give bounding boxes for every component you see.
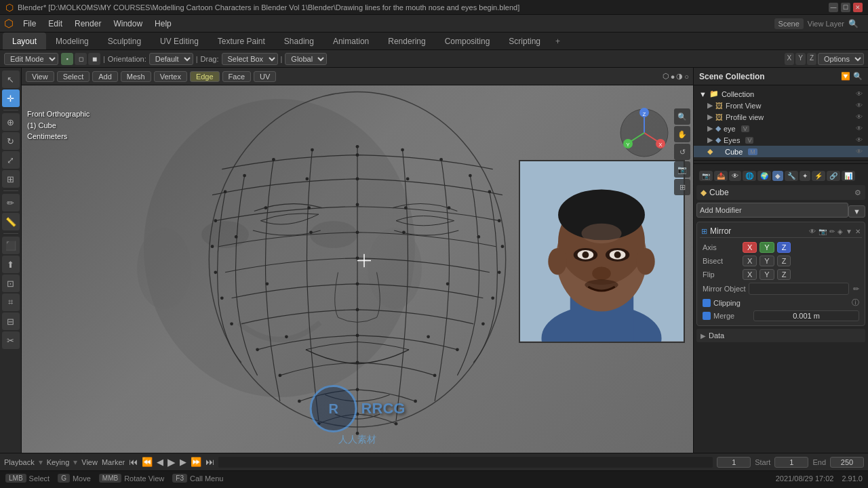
wireframe-icon[interactable]: ⬡ [663, 72, 669, 81]
eye-obj-eye-icon[interactable]: 👁 [856, 125, 863, 132]
loop-cut-btn[interactable]: ⊟ [2, 312, 20, 330]
go-last-btn[interactable]: ⏭ [205, 457, 214, 467]
workspace-selector[interactable]: Scene [774, 18, 804, 29]
viewport-add-btn[interactable]: Add [92, 71, 118, 82]
menu-edit[interactable]: Edit [43, 18, 68, 30]
tab-modeling[interactable]: Modeling [46, 33, 98, 49]
cube-item[interactable]: ◆ Cube M 👁 [694, 146, 868, 157]
modifier-dropdown-btn[interactable]: ▼ [848, 205, 865, 218]
render-props-icon[interactable]: 📷 [699, 171, 713, 181]
clipping-checkbox[interactable] [703, 299, 711, 307]
search-panel-icon[interactable]: 🔍 [853, 72, 863, 81]
eyes-item[interactable]: ▶ ◆ Eyes V 👁 [694, 134, 868, 146]
viewport-edge-btn[interactable]: Edge [190, 71, 220, 82]
solid-icon[interactable]: ● [671, 73, 675, 81]
add-modifier-button[interactable]: Add Modifier [696, 203, 848, 218]
rotate-tool-btn[interactable]: ↻ [2, 132, 20, 150]
bevel-btn[interactable]: ⌗ [2, 293, 20, 311]
viewport[interactable]: View Select Add Mesh Vertex Edge Face UV… [22, 68, 693, 453]
play-btn[interactable]: ▶ [167, 456, 176, 468]
clipping-info-icon[interactable]: ⓘ [852, 298, 859, 308]
y-axis-btn[interactable]: Y [795, 53, 806, 65]
tab-uv-editing[interactable]: UV Editing [151, 33, 208, 49]
viewport-vertex-btn[interactable]: Vertex [154, 71, 187, 82]
collection-item[interactable]: ▼ 📁 Collection 👁 [694, 88, 868, 100]
object-settings-icon[interactable]: ⚙ [854, 188, 861, 197]
viewport-select-btn[interactable]: Select [57, 71, 90, 82]
constraints-props-icon[interactable]: 🔗 [827, 171, 840, 181]
pv-eye-icon[interactable]: 👁 [856, 113, 863, 121]
tab-shading[interactable]: Shading [275, 33, 323, 49]
viewport-view-btn[interactable]: View [26, 71, 54, 82]
eyes-eye-icon[interactable]: 👁 [856, 136, 863, 144]
data-props-icon[interactable]: 📊 [842, 171, 855, 181]
physics-props-icon[interactable]: ⚡ [812, 171, 825, 181]
playback-btn[interactable]: Playback [4, 458, 35, 466]
current-frame-display[interactable]: 1 [717, 457, 751, 468]
maximize-btn[interactable]: ☐ [841, 3, 850, 12]
view-layer-props-icon[interactable]: 👁 [729, 171, 741, 181]
knife-btn[interactable]: ✂ [2, 331, 20, 349]
marker-btn[interactable]: Marker [102, 458, 125, 466]
faces-display-btn[interactable]: ◼ [88, 53, 100, 65]
object-name-value[interactable]: Cube [709, 188, 852, 197]
output-props-icon[interactable]: 📤 [714, 171, 728, 181]
add-cube-btn[interactable]: ⬛ [2, 237, 20, 254]
close-btn[interactable]: ✕ [853, 3, 863, 12]
move-tool-btn[interactable]: ⊕ [2, 113, 20, 131]
timeline-scrubber[interactable] [218, 457, 713, 468]
start-frame-input[interactable]: 1 [774, 457, 808, 468]
transform-selector[interactable]: Global [285, 53, 327, 65]
search-icon[interactable]: 🔍 [848, 19, 859, 28]
tab-texture-paint[interactable]: Texture Paint [208, 33, 275, 49]
mirror-object-pick-icon[interactable]: ✏ [853, 285, 859, 293]
inset-btn[interactable]: ⊡ [2, 274, 20, 292]
front-view-item[interactable]: ▶ 🖼 Front View 👁 [694, 100, 868, 111]
data-section-header[interactable]: ▶ Data [696, 329, 865, 342]
view-btn[interactable]: View [81, 458, 98, 466]
minimize-btn[interactable]: — [829, 3, 838, 12]
profile-view-item[interactable]: ▶ 🖼 Profile view 👁 [694, 111, 868, 123]
mirror-object-field[interactable] [749, 283, 849, 295]
viewport-face-btn[interactable]: Face [222, 71, 251, 82]
tab-scripting[interactable]: Scripting [499, 33, 550, 49]
tab-sculpting[interactable]: Sculpting [98, 33, 151, 49]
extrude-btn[interactable]: ⬆ [2, 256, 20, 273]
tab-rendering[interactable]: Rendering [378, 33, 435, 49]
bisect-y-btn[interactable]: Y [760, 256, 774, 266]
transform-tool-btn[interactable]: ⊞ [2, 170, 20, 188]
world-props-icon[interactable]: 🌍 [757, 171, 771, 181]
pan-icon[interactable]: ✋ [674, 126, 690, 142]
collection-eye-icon[interactable]: 👁 [856, 90, 863, 98]
bisect-x-btn[interactable]: X [743, 256, 757, 266]
vertices-display-btn[interactable]: ▪ [61, 53, 73, 65]
mod-edit-icon[interactable]: ✏ [829, 228, 835, 235]
axis-z-btn[interactable]: Z [777, 242, 791, 253]
axis-gizmo[interactable]: Z X Y [617, 106, 671, 160]
render-icon[interactable]: ○ [684, 73, 689, 81]
prev-frame-btn[interactable]: ⏪ [142, 457, 153, 467]
fv-eye-icon[interactable]: 👁 [856, 102, 863, 109]
end-frame-input[interactable]: 250 [830, 457, 864, 468]
mod-render-icon[interactable]: 📷 [818, 228, 827, 235]
viewport-mesh-btn[interactable]: Mesh [121, 71, 151, 82]
next-frame-btn[interactable]: ⏩ [191, 457, 201, 467]
menu-window[interactable]: Window [108, 18, 148, 30]
select-tool-btn[interactable]: ↖ [2, 70, 20, 88]
mod-dropdown-icon[interactable]: ▼ [846, 228, 852, 235]
scene-props-icon[interactable]: 🌐 [743, 171, 756, 181]
add-workspace-btn[interactable]: + [550, 35, 566, 47]
options-dropdown[interactable]: Options [818, 53, 864, 65]
mod-realtime-icon[interactable]: 👁 [809, 228, 816, 235]
grid-icon[interactable]: ⊞ [674, 179, 690, 195]
orientation-selector[interactable]: Default [149, 53, 193, 65]
scale-tool-btn[interactable]: ⤢ [2, 151, 20, 169]
menu-file[interactable]: File [18, 18, 41, 30]
material-icon[interactable]: ◑ [676, 72, 683, 81]
axis-x-btn[interactable]: X [743, 242, 757, 253]
merge-value-field[interactable]: 0.001 m [753, 310, 859, 321]
menu-help[interactable]: Help [149, 18, 177, 30]
mode-selector[interactable]: Edit Mode [4, 53, 58, 65]
z-axis-btn[interactable]: Z [807, 53, 816, 65]
next-keyframe-btn[interactable]: ▶ [180, 457, 186, 467]
